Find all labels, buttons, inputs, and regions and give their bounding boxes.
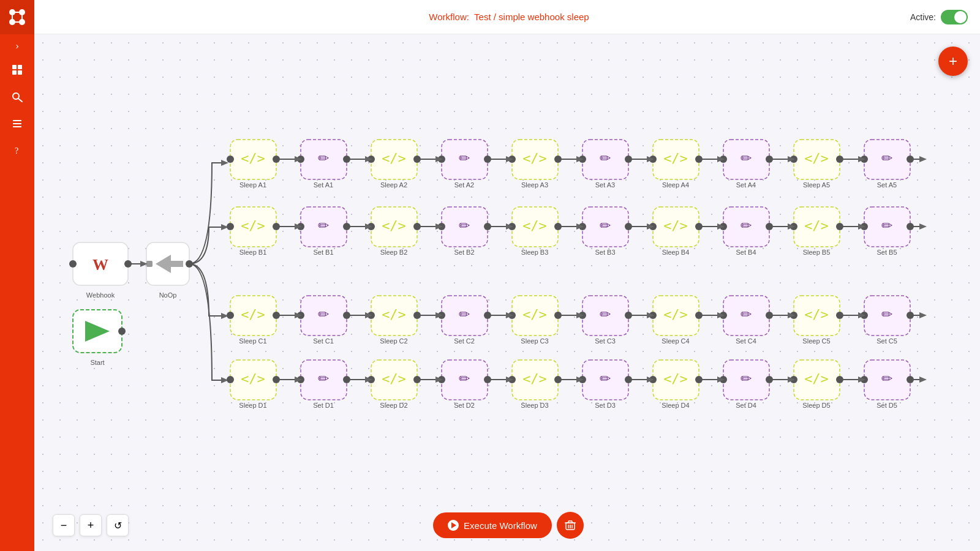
node-set-d5[interactable]: ✏ bbox=[861, 360, 914, 400]
node-set-b5[interactable]: ✏ bbox=[861, 207, 914, 247]
svg-rect-8 bbox=[12, 65, 17, 69]
connector-in[interactable] bbox=[69, 260, 77, 268]
node-sleep-a4[interactable]: </> bbox=[649, 140, 703, 179]
node-set-b2[interactable]: ✏ bbox=[438, 207, 491, 247]
node-sleep-a2[interactable]: </> bbox=[368, 140, 421, 179]
label-sleep-c4: Sleep C4 bbox=[662, 337, 689, 345]
label-set-b4: Set B4 bbox=[736, 249, 756, 256]
label-start: Start bbox=[90, 359, 104, 366]
node-set-d3[interactable]: ✏ bbox=[579, 360, 632, 400]
active-label: Active: bbox=[910, 12, 936, 22]
label-set-b1: Set B1 bbox=[313, 249, 333, 256]
node-sleep-c4[interactable]: </> bbox=[649, 296, 703, 335]
node-set-c3[interactable]: ✏ bbox=[579, 296, 632, 335]
node-set-a2[interactable]: ✏ bbox=[438, 140, 491, 179]
svg-text:</>: </> bbox=[804, 218, 829, 233]
execute-workflow-button[interactable]: Execute Workflow bbox=[433, 512, 552, 538]
node-set-d2[interactable]: ✏ bbox=[438, 360, 491, 400]
node-sleep-a1[interactable]: </> bbox=[227, 140, 280, 179]
zoom-in-button[interactable]: + bbox=[80, 514, 102, 536]
svg-text:</>: </> bbox=[804, 307, 829, 322]
node-sleep-d4[interactable]: </> bbox=[649, 360, 703, 400]
sidebar-item-workflows[interactable] bbox=[0, 58, 34, 82]
node-set-b3[interactable]: ✏ bbox=[579, 207, 632, 247]
svg-text:✏: ✏ bbox=[318, 371, 330, 386]
label-set-a3: Set A3 bbox=[595, 181, 615, 189]
sidebar-item-executions[interactable] bbox=[0, 111, 34, 136]
svg-text:</>: </> bbox=[382, 307, 406, 322]
node-sleep-d1[interactable]: </> bbox=[227, 360, 280, 400]
node-sleep-c1[interactable]: </> bbox=[227, 296, 280, 335]
node-set-d4[interactable]: ✏ bbox=[720, 360, 773, 400]
node-set-b1[interactable]: ✏ bbox=[297, 207, 350, 247]
svg-rect-11 bbox=[18, 70, 22, 75]
logo[interactable] bbox=[0, 0, 34, 34]
active-switch[interactable] bbox=[941, 10, 968, 24]
svg-text:</>: </> bbox=[663, 371, 688, 386]
sidebar-item-credentials[interactable] bbox=[0, 84, 34, 109]
node-set-c1[interactable]: ✏ bbox=[297, 296, 350, 335]
node-sleep-b4[interactable]: </> bbox=[649, 207, 703, 247]
label-sleep-b2: Sleep B2 bbox=[380, 249, 408, 256]
svg-text:✏: ✏ bbox=[741, 218, 752, 233]
trash-icon bbox=[565, 520, 576, 531]
label-sleep-d4: Sleep D4 bbox=[662, 402, 689, 409]
label-set-d1: Set D1 bbox=[313, 402, 334, 409]
svg-point-24[interactable] bbox=[227, 156, 234, 163]
edge-noop-rowA bbox=[189, 163, 227, 264]
node-sleep-a3[interactable]: </> bbox=[508, 140, 562, 179]
zoom-out-button[interactable]: − bbox=[53, 514, 75, 536]
node-noop[interactable] bbox=[146, 242, 193, 285]
svg-point-74[interactable] bbox=[227, 223, 234, 230]
node-sleep-b3[interactable]: </> bbox=[508, 207, 562, 247]
node-start[interactable] bbox=[73, 310, 126, 353]
node-set-a4[interactable]: ✏ bbox=[720, 140, 773, 179]
label-set-b2: Set B2 bbox=[454, 249, 474, 256]
node-set-a1[interactable]: ✏ bbox=[297, 140, 350, 179]
node-sleep-c3[interactable]: </> bbox=[508, 296, 562, 335]
node-set-a3[interactable]: ✏ bbox=[579, 140, 632, 179]
node-sleep-d2[interactable]: </> bbox=[368, 360, 421, 400]
node-sleep-d3[interactable]: </> bbox=[508, 360, 562, 400]
node-set-c5[interactable]: ✏ bbox=[861, 296, 914, 335]
label-set-a5: Set A5 bbox=[877, 181, 897, 189]
svg-text:</>: </> bbox=[241, 218, 265, 233]
workflow-canvas[interactable]: W Webhook NoOp Start bbox=[34, 34, 980, 551]
workflow-path[interactable]: Test / simple webhook sleep bbox=[474, 12, 589, 22]
node-sleep-a5[interactable]: </> bbox=[790, 140, 843, 179]
execute-play-icon bbox=[448, 520, 459, 531]
sidebar: › ? bbox=[0, 0, 34, 551]
node-sleep-b1[interactable]: </> bbox=[227, 207, 280, 247]
label-sleep-a3: Sleep A3 bbox=[521, 181, 548, 189]
node-sleep-b2[interactable]: </> bbox=[368, 207, 421, 247]
connector-out[interactable] bbox=[118, 328, 126, 335]
reset-zoom-button[interactable]: ↺ bbox=[107, 514, 129, 536]
svg-rect-10 bbox=[12, 70, 17, 75]
svg-text:</>: </> bbox=[663, 218, 688, 233]
node-sleep-d5[interactable]: </> bbox=[790, 360, 843, 400]
node-webhook[interactable]: W bbox=[69, 242, 132, 285]
node-set-a5[interactable]: ✏ bbox=[861, 140, 914, 179]
label-sleep-a5: Sleep A5 bbox=[803, 181, 830, 189]
node-set-d1[interactable]: ✏ bbox=[297, 360, 350, 400]
node-sleep-b5[interactable]: </> bbox=[790, 207, 843, 247]
sidebar-item-help[interactable]: ? bbox=[0, 138, 34, 163]
sidebar-expand[interactable]: › bbox=[0, 37, 34, 55]
add-node-button[interactable]: + bbox=[938, 47, 968, 76]
delete-workflow-button[interactable] bbox=[557, 512, 584, 539]
svg-point-174[interactable] bbox=[227, 376, 234, 383]
node-sleep-c2[interactable]: </> bbox=[368, 296, 421, 335]
label-set-b5: Set B5 bbox=[876, 249, 897, 256]
svg-text:</>: </> bbox=[663, 307, 688, 322]
label-sleep-b4: Sleep B4 bbox=[662, 249, 690, 256]
node-sleep-c5[interactable]: </> bbox=[790, 296, 843, 335]
node-set-c4[interactable]: ✏ bbox=[720, 296, 773, 335]
svg-text:</>: </> bbox=[522, 151, 547, 166]
label-set-d3: Set D3 bbox=[595, 402, 616, 409]
label-set-d4: Set D4 bbox=[736, 402, 756, 409]
label-sleep-c2: Sleep C2 bbox=[380, 337, 407, 345]
workflow-label: Workflow: bbox=[429, 12, 469, 22]
node-set-c2[interactable]: ✏ bbox=[438, 296, 491, 335]
node-set-b4[interactable]: ✏ bbox=[720, 207, 773, 247]
svg-point-124[interactable] bbox=[227, 312, 234, 319]
